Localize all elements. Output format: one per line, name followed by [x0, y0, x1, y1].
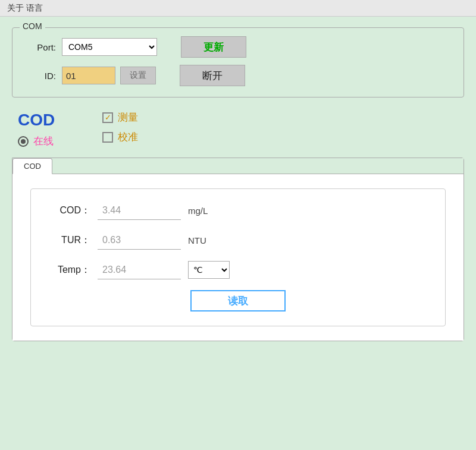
measure-checkbox-row: ✓ 测量	[102, 111, 138, 124]
port-select[interactable]: COM5 COM1 COM2 COM3 COM4 COM6	[62, 38, 157, 56]
cod-value-input[interactable]	[98, 201, 181, 220]
update-button[interactable]: 更新	[181, 36, 246, 58]
com-group-legend: COM	[20, 21, 45, 31]
tab-cod[interactable]: COD	[12, 158, 52, 174]
port-label: Port:	[23, 42, 56, 52]
tab-content: COD： mg/L TUR： NTU Temp： ℃ ℉	[12, 174, 464, 341]
cod-left: COD 在线	[18, 111, 55, 148]
temp-value-input[interactable]	[98, 260, 181, 279]
measurement-panel: COD： mg/L TUR： NTU Temp： ℃ ℉	[30, 188, 446, 326]
calibrate-label[interactable]: 校准	[118, 130, 138, 144]
online-label[interactable]: 在线	[33, 134, 54, 148]
calibrate-checkbox[interactable]	[102, 132, 113, 143]
measure-label[interactable]: 测量	[118, 111, 138, 124]
tab-container: COD COD： mg/L TUR： NTU Temp：	[12, 158, 464, 341]
calibrate-checkbox-row: 校准	[102, 130, 138, 144]
tur-measure-label: TUR：	[49, 234, 90, 247]
cod-section: COD 在线 ✓ 测量 校准	[12, 111, 464, 148]
id-label: ID:	[23, 71, 56, 81]
radio-inner	[21, 139, 26, 144]
id-input[interactable]	[62, 67, 115, 84]
set-button[interactable]: 设置	[120, 67, 156, 84]
cod-right: ✓ 测量 校准	[102, 111, 138, 144]
top-bar: 关于 语言	[0, 0, 476, 17]
tur-measure-row: TUR： NTU	[49, 231, 427, 250]
measure-checkbox[interactable]: ✓	[102, 112, 113, 123]
port-row: Port: COM5 COM1 COM2 COM3 COM4 COM6 更新	[23, 36, 453, 58]
read-button[interactable]: 读取	[190, 290, 286, 311]
temp-measure-row: Temp： ℃ ℉	[49, 260, 427, 279]
disconnect-button[interactable]: 断开	[180, 65, 245, 86]
online-radio[interactable]	[18, 136, 29, 147]
tur-value-input[interactable]	[98, 231, 181, 250]
temp-unit-select[interactable]: ℃ ℉	[188, 261, 230, 279]
cod-measure-label: COD：	[49, 204, 90, 217]
tab-header: COD	[12, 158, 464, 174]
tur-unit: NTU	[188, 235, 206, 246]
online-radio-row: 在线	[18, 134, 54, 148]
top-bar-text: 关于 语言	[7, 3, 43, 14]
main-content: COM Port: COM5 COM1 COM2 COM3 COM4 COM6 …	[0, 17, 476, 341]
cod-unit: mg/L	[188, 206, 208, 216]
id-row: ID: 设置 断开	[23, 65, 453, 86]
temp-measure-label: Temp：	[49, 264, 90, 276]
cod-title: COD	[18, 111, 55, 130]
cod-measure-row: COD： mg/L	[49, 201, 427, 220]
com-group: COM Port: COM5 COM1 COM2 COM3 COM4 COM6 …	[12, 27, 464, 97]
